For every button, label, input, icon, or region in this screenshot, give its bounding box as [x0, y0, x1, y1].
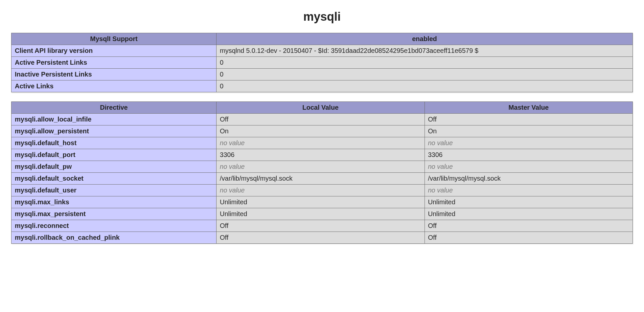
no-value-text: no value: [428, 139, 453, 146]
directive-name: Inactive Persistent Links: [12, 69, 217, 80]
local-value: Unlimited: [217, 196, 425, 208]
master-value: Unlimited: [425, 208, 633, 220]
local-value: /var/lib/mysql/mysql.sock: [217, 173, 425, 185]
directives-header-row: Directive Local Value Master Value: [12, 102, 633, 114]
summary-table: MysqlI Support enabled Client API librar…: [11, 33, 633, 92]
local-value: Off: [217, 220, 425, 232]
section-title: mysqli: [11, 10, 633, 24]
master-value: no value: [425, 137, 633, 149]
local-value: no value: [217, 137, 425, 149]
directive-value: 0: [217, 57, 633, 69]
no-value-text: no value: [428, 187, 453, 194]
local-value: Off: [217, 232, 425, 244]
summary-header-enabled: enabled: [217, 33, 633, 45]
directive-name: mysqli.allow_persistent: [12, 125, 217, 137]
directive-value: 0: [217, 80, 633, 92]
directives-header-local: Local Value: [217, 102, 425, 114]
directive-name: mysqli.default_port: [12, 149, 217, 161]
directives-header-master: Master Value: [425, 102, 633, 114]
directive-name: mysqli.allow_local_infile: [12, 114, 217, 125]
directive-name: mysqli.reconnect: [12, 220, 217, 232]
table-row: Active Persistent Links0: [12, 57, 633, 69]
master-value: Off: [425, 220, 633, 232]
summary-header-support: MysqlI Support: [12, 33, 217, 45]
table-row: mysqli.default_port33063306: [12, 149, 633, 161]
directive-value: 0: [217, 69, 633, 80]
table-row: mysqli.default_userno valueno value: [12, 185, 633, 196]
table-row: mysqli.max_linksUnlimitedUnlimited: [12, 196, 633, 208]
directive-name: Active Links: [12, 80, 217, 92]
directives-header-directive: Directive: [12, 102, 217, 114]
table-row: mysqli.allow_persistentOnOn: [12, 125, 633, 137]
directive-name: mysqli.default_user: [12, 185, 217, 196]
no-value-text: no value: [220, 187, 245, 194]
directive-name: mysqli.default_host: [12, 137, 217, 149]
table-row: mysqli.default_socket/var/lib/mysql/mysq…: [12, 173, 633, 185]
directive-name: mysqli.default_socket: [12, 173, 217, 185]
directive-name: mysqli.default_pw: [12, 161, 217, 173]
directive-name: Client API library version: [12, 45, 217, 57]
directive-name: Active Persistent Links: [12, 57, 217, 69]
no-value-text: no value: [220, 139, 245, 146]
directive-name: mysqli.rollback_on_cached_plink: [12, 232, 217, 244]
local-value: 3306: [217, 149, 425, 161]
table-row: mysqli.allow_local_infileOffOff: [12, 114, 633, 125]
directive-value: mysqlnd 5.0.12-dev - 20150407 - $Id: 359…: [217, 45, 633, 57]
master-value: no value: [425, 161, 633, 173]
directive-name: mysqli.max_links: [12, 196, 217, 208]
local-value: no value: [217, 161, 425, 173]
table-row: mysqli.rollback_on_cached_plinkOffOff: [12, 232, 633, 244]
no-value-text: no value: [428, 163, 453, 170]
no-value-text: no value: [220, 163, 245, 170]
table-row: Active Links0: [12, 80, 633, 92]
directive-name: mysqli.max_persistent: [12, 208, 217, 220]
summary-header-row: MysqlI Support enabled: [12, 33, 633, 45]
master-value: Off: [425, 114, 633, 125]
table-row: mysqli.max_persistentUnlimitedUnlimited: [12, 208, 633, 220]
table-row: mysqli.reconnectOffOff: [12, 220, 633, 232]
table-row: mysqli.default_pwno valueno value: [12, 161, 633, 173]
local-value: Off: [217, 114, 425, 125]
directives-table: Directive Local Value Master Value mysql…: [11, 101, 633, 244]
table-row: Client API library versionmysqlnd 5.0.12…: [12, 45, 633, 57]
master-value: 3306: [425, 149, 633, 161]
table-row: mysqli.default_hostno valueno value: [12, 137, 633, 149]
local-value: Unlimited: [217, 208, 425, 220]
master-value: On: [425, 125, 633, 137]
master-value: Off: [425, 232, 633, 244]
master-value: Unlimited: [425, 196, 633, 208]
master-value: no value: [425, 185, 633, 196]
local-value: no value: [217, 185, 425, 196]
master-value: /var/lib/mysql/mysql.sock: [425, 173, 633, 185]
local-value: On: [217, 125, 425, 137]
table-row: Inactive Persistent Links0: [12, 69, 633, 80]
